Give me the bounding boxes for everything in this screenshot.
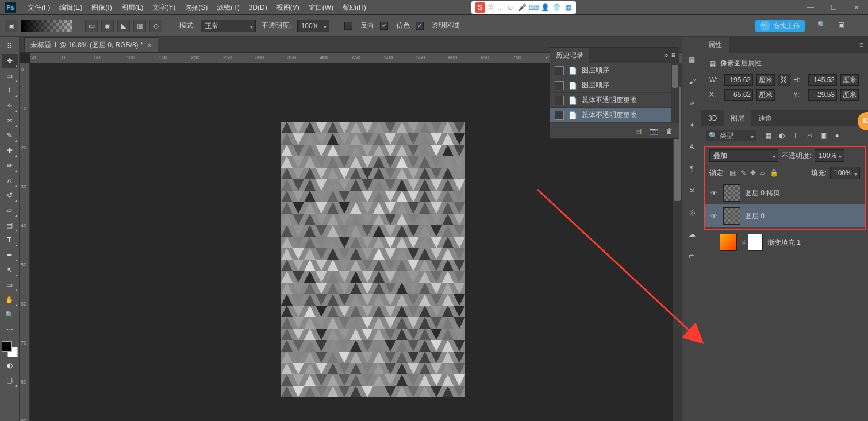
styles-panel-icon[interactable]: ✦	[686, 119, 698, 131]
ime-bar[interactable]: S 英 ， ☺ 🎤 ⌨ 👤 👕 ▦	[471, 1, 576, 14]
history-item[interactable]: 📄图层顺序	[550, 78, 679, 92]
history-brush-tool[interactable]: ↺	[2, 188, 18, 202]
panel-menu-icon[interactable]: ≡	[855, 41, 868, 49]
maximize-button[interactable]: ☐	[822, 0, 845, 15]
blend-mode-dropdown[interactable]: 正常	[201, 20, 256, 32]
tab-3d[interactable]: 3D	[701, 110, 724, 126]
layer-fill-dropdown[interactable]: 100%	[830, 167, 860, 179]
healing-tool[interactable]: ✚	[2, 144, 18, 157]
menu-3d[interactable]: 3D(D)	[244, 0, 272, 15]
close-tab-icon[interactable]: ×	[148, 41, 152, 49]
move-tool[interactable]: ✥	[2, 54, 18, 68]
grad-linear-icon[interactable]: ▭	[85, 20, 98, 32]
tab-properties[interactable]: 属性	[701, 37, 729, 53]
layer-name[interactable]: 图层 0	[745, 211, 765, 221]
menu-select[interactable]: 选择(S)	[180, 0, 212, 15]
cc-panel-icon[interactable]: ☁	[686, 229, 698, 240]
x-unit[interactable]: 厘米	[756, 89, 775, 101]
grip-icon[interactable]: ⠿	[2, 39, 18, 53]
shirt-icon[interactable]: 👕	[552, 3, 561, 12]
w-input[interactable]: 195.62	[724, 74, 753, 86]
menu-window[interactable]: 窗口(W)	[304, 0, 338, 15]
tab-channels[interactable]: 通道	[751, 110, 779, 126]
type-tool[interactable]: T	[2, 233, 18, 247]
toolbox-icon[interactable]: ▦	[563, 3, 573, 12]
pen-tool[interactable]: ✒	[2, 248, 18, 262]
layer-row[interactable]: 👁 图层 0	[705, 204, 865, 227]
delete-state-icon[interactable]: 🗑	[666, 127, 673, 135]
menu-help[interactable]: 帮助(H)	[338, 0, 371, 15]
search-icon[interactable]: 🔍	[817, 21, 828, 31]
fg-color[interactable]	[2, 341, 12, 352]
filter-smart-icon[interactable]: ▣	[819, 132, 828, 140]
grad-reflected-icon[interactable]: ▥	[133, 20, 146, 32]
lasso-tool[interactable]: ⌇	[2, 84, 18, 98]
workspace-icon[interactable]: ▣	[838, 21, 848, 31]
menu-filter[interactable]: 滤镜(T)	[212, 0, 244, 15]
history-item[interactable]: 📄图层顺序	[550, 63, 679, 78]
menu-view[interactable]: 视图(V)	[272, 0, 304, 15]
char-panel-icon[interactable]: A	[686, 141, 698, 153]
menu-file[interactable]: 文件(F)	[23, 0, 55, 15]
eyedropper-tool[interactable]: ✎	[2, 129, 18, 142]
layer-filter-dropdown[interactable]: 🔍类型	[706, 130, 756, 141]
navigator-panel-icon[interactable]: ◎	[686, 207, 698, 218]
color-panel-icon[interactable]: ▦	[686, 54, 698, 65]
new-doc-from-state-icon[interactable]: ▤	[635, 127, 642, 135]
transparent-checkbox[interactable]	[416, 22, 424, 30]
tool-preset-button[interactable]: ▣	[5, 20, 17, 32]
smiley-icon[interactable]: ☺	[506, 3, 515, 12]
mic-icon[interactable]: 🎤	[517, 3, 527, 12]
eraser-tool[interactable]: ▱	[2, 203, 18, 217]
brush-tool[interactable]: ✏	[2, 159, 18, 172]
history-item[interactable]: 📄总体不透明度更改	[550, 107, 679, 122]
adjust-panel-icon[interactable]: ≋	[686, 98, 698, 109]
marquee-tool[interactable]: ▭	[2, 69, 18, 83]
brushes-panel-icon[interactable]: 🖌	[686, 76, 698, 87]
clone-tool[interactable]: ⎌	[2, 173, 18, 187]
history-scrollbar[interactable]	[671, 63, 679, 122]
menu-image[interactable]: 图像(I)	[87, 0, 116, 15]
w-unit[interactable]: 厘米	[756, 74, 775, 86]
document-tab[interactable]: 未标题-1 @ 16.8% (图层 0, RGB/8) * ×	[24, 37, 158, 52]
layer-thumbnail[interactable]	[723, 207, 740, 225]
filter-type-icon[interactable]: T	[791, 132, 800, 140]
panel-menu-icon[interactable]: ≡	[671, 51, 675, 59]
h-unit[interactable]: 厘米	[840, 74, 859, 86]
filter-pixel-icon[interactable]: ▦	[763, 132, 773, 140]
x-input[interactable]: -65.62	[724, 89, 753, 101]
layer-blend-dropdown[interactable]: 叠加	[709, 149, 778, 162]
lock-pixels-icon[interactable]: ▦	[729, 169, 736, 177]
opacity-dropdown[interactable]: 100%	[297, 20, 329, 32]
layer-mask-thumbnail[interactable]	[748, 234, 763, 251]
visibility-icon[interactable]: 👁	[709, 189, 719, 197]
folder-panel-icon[interactable]: 🗀	[686, 250, 698, 262]
y-unit[interactable]: 厘米	[840, 89, 859, 101]
ruler-vertical[interactable]: 0102030405060708090	[20, 63, 30, 421]
grad-angle-icon[interactable]: ◣	[117, 20, 130, 32]
keyboard-icon[interactable]: ⌨	[529, 3, 538, 12]
menu-edit[interactable]: 编辑(E)	[55, 0, 87, 15]
grad-diamond-icon[interactable]: ◇	[149, 20, 162, 32]
minimize-button[interactable]: —	[799, 0, 822, 15]
filter-shape-icon[interactable]: ▱	[805, 132, 814, 140]
menu-type[interactable]: 文字(Y)	[148, 0, 180, 15]
lock-brush-icon[interactable]: ✎	[740, 169, 746, 177]
layer-name[interactable]: 渐变填充 1	[767, 238, 801, 248]
quickmask-toggle[interactable]: ◐	[2, 358, 18, 372]
tab-layers[interactable]: 图层	[724, 110, 751, 126]
zoom-tool[interactable]: 🔍	[2, 308, 18, 322]
cloud-upload-button[interactable]: ∞ 拖拽上传	[755, 20, 805, 32]
lock-all-icon[interactable]: 🔒	[770, 169, 778, 177]
h-input[interactable]: 145.52	[808, 74, 837, 86]
hand-tool[interactable]: ✋	[2, 293, 18, 307]
person-icon[interactable]: 👤	[540, 3, 550, 12]
menu-layer[interactable]: 图层(L)	[117, 0, 148, 15]
close-button[interactable]: ✕	[845, 0, 868, 15]
layer-thumbnail[interactable]	[720, 234, 737, 251]
layer-name[interactable]: 图层 0 拷贝	[745, 188, 780, 198]
history-panel[interactable]: 历史记录 »≡ 📄图层顺序📄图层顺序📄总体不透明度更改📄总体不透明度更改 ▤ 📷…	[550, 47, 679, 139]
grad-radial-icon[interactable]: ◉	[101, 20, 114, 32]
artboard[interactable]	[281, 122, 465, 397]
screenmode-toggle[interactable]: ▢	[2, 373, 18, 387]
